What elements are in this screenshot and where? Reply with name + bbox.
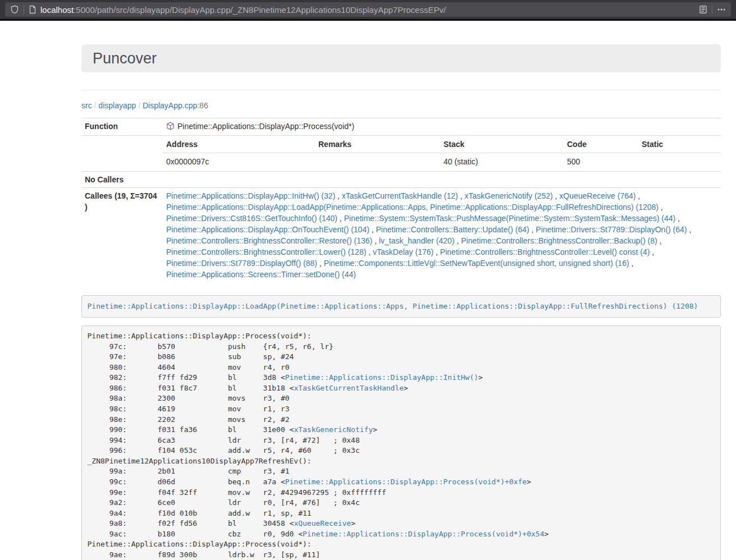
callee-link[interactable]: Pinetime::Drivers::St7789::DisplayOn() (… (536, 225, 687, 234)
highlight-pre: Pinetime::Applications::DisplayApp::Load… (81, 295, 721, 318)
browser-toolbar: localhost:5000/path/src/displayapp/Displ… (0, 0, 736, 19)
breadcrumb-link[interactable]: displayapp (98, 101, 136, 110)
assembly-listing: Pinetime::Applications::DisplayApp::Proc… (81, 325, 721, 560)
callee-separator: , (659, 203, 663, 212)
app-header: Puncover (81, 44, 721, 72)
details-header-row: AddressRemarksStackCodeStatic (163, 136, 721, 153)
callers-row: No Callers (81, 172, 721, 188)
callee-separator: , (629, 259, 634, 268)
details-value: 500 (564, 153, 638, 171)
callee-link[interactable]: vTaskDelay (176) (373, 247, 433, 256)
url-host: localhost (40, 5, 74, 15)
callee-link[interactable]: Pinetime::Drivers::Cst816S::GetTouchInfo… (166, 214, 337, 223)
details-column-header: Remarks (315, 136, 440, 153)
details-column-header: Address (163, 136, 315, 153)
callee-separator: , (675, 214, 680, 223)
callee-separator: , (369, 225, 376, 234)
callee-link[interactable]: Pinetime::Applications::DisplayApp::Load… (166, 203, 659, 212)
asm-symbol-link[interactable]: xQueueReceive (294, 519, 351, 527)
callees-list: Pinetime::Applications::DisplayApp::Init… (163, 188, 721, 283)
breadcrumb: src / displayapp / DisplayApp.cpp:86 (81, 100, 721, 111)
callee-separator: , (366, 247, 373, 256)
details-value: 0x0000097c (163, 153, 315, 171)
callee-separator: , (529, 225, 536, 234)
urlbar-divider (24, 5, 24, 15)
callee-link[interactable]: Pinetime::Controllers::BrightnessControl… (440, 247, 650, 256)
loadapp-symbol-link[interactable]: Pinetime::Applications::DisplayApp::Load… (88, 302, 698, 310)
callee-separator: , (458, 191, 465, 200)
details-value (638, 153, 721, 171)
app-title: Puncover (93, 50, 710, 67)
page-icon[interactable] (29, 5, 36, 14)
callee-link[interactable]: xQueueReceive (764) (559, 191, 636, 200)
page-actions-icon[interactable] (717, 5, 726, 14)
asm-symbol-link[interactable]: Pinetime::Applications::DisplayApp::Proc… (303, 530, 544, 538)
callee-link[interactable]: Pinetime::Controllers::BrightnessControl… (166, 236, 372, 245)
symbol-table: Function Pinetime::Applications::Display… (81, 118, 721, 282)
asm-symbol-link[interactable]: Pinetime::Applications::DisplayApp::Proc… (285, 478, 527, 486)
asm-symbol-link[interactable]: xTaskGetCurrentTaskHandle (294, 384, 404, 392)
url-path: :5000/path/src/displayapp/DisplayApp.cpp… (74, 5, 446, 15)
callers-cell (163, 172, 721, 188)
callee-link[interactable]: lv_task_handler (420) (379, 236, 455, 245)
callee-separator: , (372, 236, 379, 245)
toolbar-edge (0, 19, 736, 21)
package-icon (166, 122, 175, 133)
details-column-header: Stack (440, 136, 564, 153)
callee-link[interactable]: Pinetime::Controllers::BrightnessControl… (166, 247, 366, 256)
callee-separator: , (636, 191, 640, 200)
asm-symbol-link[interactable]: xTaskGenericNotify (294, 425, 373, 434)
callee-separator: , (687, 225, 692, 234)
breadcrumb-separator: / (136, 101, 143, 110)
callee-separator: , (553, 191, 560, 200)
callee-link[interactable]: Pinetime::Applications::DisplayApp::Init… (166, 191, 335, 200)
details-value: 40 (static) (440, 153, 564, 171)
callee-link[interactable]: Pinetime::Controllers::Battery::Update()… (376, 225, 529, 234)
callee-separator: , (657, 236, 662, 245)
breadcrumb-separator: / (92, 101, 99, 110)
callee-separator: , (337, 214, 344, 223)
callee-separator: , (317, 259, 324, 268)
details-value (315, 153, 440, 171)
details-cell: AddressRemarksStackCodeStatic 0x0000097c… (163, 136, 721, 172)
callee-separator: , (455, 236, 461, 245)
breadcrumb-link[interactable]: DisplayApp.cpp (143, 101, 197, 110)
callee-link[interactable]: xTaskGetCurrentTaskHandle (12) (342, 191, 458, 200)
details-column-header: Static (638, 136, 721, 153)
no-callers-label: No Callers (81, 172, 163, 188)
function-name-cell: Pinetime::Applications::DisplayApp::Proc… (163, 118, 721, 136)
asm-symbol-link[interactable]: Pinetime::Applications::DisplayApp::Init… (285, 373, 478, 382)
callee-link[interactable]: Pinetime::Applications::Screens::Timer::… (166, 270, 356, 279)
breadcrumb-line-number: :86 (197, 101, 208, 110)
callees-label: Callees (19, Σ=3704 ) (81, 188, 163, 283)
details-value-row: 0x0000097c40 (static)500 (163, 153, 721, 171)
callees-row: Callees (19, Σ=3704 ) Pinetime::Applicat… (81, 188, 721, 283)
function-name: Pinetime::Applications::DisplayApp::Proc… (177, 122, 354, 131)
details-column-header: Code (564, 136, 638, 153)
callee-link[interactable]: xTaskGenericNotify (252) (464, 191, 552, 200)
details-row-spacer (81, 136, 163, 172)
callee-link[interactable]: Pinetime::Controllers::BrightnessControl… (461, 236, 657, 245)
url-bar[interactable]: localhost:5000/path/src/displayapp/Displ… (5, 2, 731, 17)
breadcrumb-link[interactable]: src (81, 101, 92, 110)
function-row: Function Pinetime::Applications::Display… (81, 118, 721, 136)
shield-icon[interactable] (10, 5, 19, 14)
callee-separator: , (433, 247, 440, 256)
callee-separator: , (335, 191, 342, 200)
urlbar-divider-right (712, 5, 712, 15)
function-label: Function (81, 118, 163, 136)
reader-mode-icon[interactable] (699, 5, 707, 14)
details-row: AddressRemarksStackCodeStatic 0x0000097c… (81, 136, 721, 172)
callee-link[interactable]: Pinetime::System::SystemTask::PushMessag… (344, 214, 676, 223)
callee-link[interactable]: Pinetime::Drivers::St7789::DisplayOff() … (166, 259, 317, 268)
callee-link[interactable]: Pinetime::Applications::DisplayApp::OnTo… (166, 225, 369, 234)
url-text[interactable]: localhost:5000/path/src/displayapp/Displ… (40, 5, 699, 15)
symbol-details-table: AddressRemarksStackCodeStatic 0x0000097c… (163, 136, 721, 170)
divider-rule (81, 90, 721, 90)
callee-link[interactable]: Pinetime::Components::LittleVgl::SetNewT… (324, 259, 629, 268)
callee-separator: , (650, 247, 654, 256)
